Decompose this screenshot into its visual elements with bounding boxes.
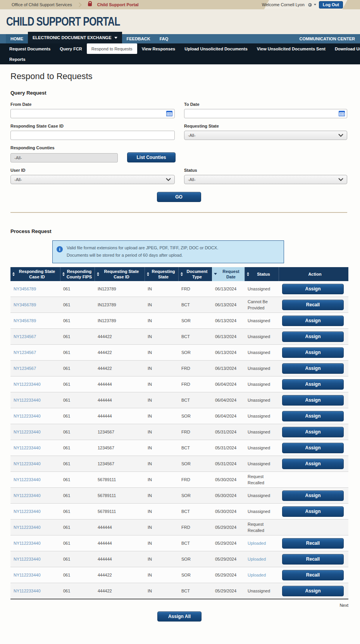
column-header-responding-state-case-id[interactable]: Responding State Case ID [10, 267, 60, 281]
list-counties-button[interactable]: List Counties [127, 152, 176, 162]
recall-button[interactable]: Recall [282, 300, 344, 310]
case-id-link[interactable]: NY112233440 [14, 445, 41, 450]
case-id-link[interactable]: NY112233440 [14, 414, 41, 418]
assign-button[interactable]: Assign [282, 427, 344, 437]
case-id-link[interactable]: NY112233440 [14, 461, 41, 466]
column-header-status[interactable]: Status [245, 267, 279, 281]
assign-button[interactable]: Assign [282, 284, 344, 294]
next-link[interactable]: Next [339, 603, 348, 608]
case-id-link[interactable]: NY112233440 [14, 477, 41, 482]
assign-button[interactable]: Assign [282, 316, 344, 326]
recall-button[interactable]: Recall [282, 570, 344, 580]
column-header-requesting-state-case-id[interactable]: Requesting State Case ID [95, 267, 145, 281]
case-id-link[interactable]: NY112233440 [14, 557, 41, 561]
case-id-link[interactable]: NY112233440 [14, 573, 41, 577]
breadcrumb: Office of Child Support Services Child S… [0, 2, 139, 7]
sort-icon[interactable] [247, 272, 249, 276]
subnav-item-view-responses[interactable]: View Responses [137, 43, 180, 54]
case-id-link[interactable]: NY112233440 [14, 493, 41, 498]
case-id-link[interactable]: NY112233440 [14, 541, 41, 546]
case-id-link[interactable]: NY112233440 [14, 398, 41, 402]
status-select[interactable]: -All- [184, 175, 347, 184]
nav-item-feedback[interactable]: FEEDBACK [122, 34, 155, 43]
sort-icon[interactable] [97, 272, 99, 276]
county-fips-cell: 061 [60, 396, 95, 404]
case-id-link[interactable]: NY112233440 [14, 589, 41, 593]
case-id-link[interactable]: NY112233440 [14, 509, 41, 514]
chevron-down-icon [338, 178, 343, 181]
assign-button[interactable]: Assign [282, 490, 344, 501]
assign-button[interactable]: Assign [282, 347, 344, 358]
gear-icon[interactable] [307, 2, 312, 7]
case-id-link[interactable]: NY3456789 [14, 287, 36, 291]
sort-icon[interactable] [181, 272, 183, 276]
nav-item-communication-center[interactable]: COMMUNICATION CENTER [295, 34, 360, 43]
sort-icon[interactable] [147, 272, 149, 276]
assign-button[interactable]: Assign [282, 363, 344, 374]
requesting-state-select[interactable]: -All- [184, 131, 347, 140]
gear-caret-icon[interactable] [314, 4, 316, 5]
nav-item-home[interactable]: HOME [6, 34, 28, 43]
sort-icon[interactable] [62, 272, 65, 276]
calendar-icon[interactable] [339, 110, 345, 116]
request-date-cell: 06/13/2024 [212, 333, 245, 341]
county-fips-cell: 061 [60, 444, 95, 452]
assign-button[interactable]: Assign [282, 411, 344, 421]
case-id-link[interactable]: NY1234567 [14, 334, 36, 339]
logout-button[interactable]: Log Out [319, 1, 343, 9]
to-date-input[interactable] [184, 109, 347, 118]
column-header-request-date[interactable]: Request Date [212, 267, 245, 281]
assign-button[interactable]: Assign [282, 459, 344, 469]
column-header-document-type[interactable]: Document Type [178, 267, 212, 281]
case-id-link[interactable]: NY3456789 [14, 302, 36, 307]
requesting-state-cell: IN [145, 523, 178, 532]
site-logo: CHILD SUPPORT PORTAL [6, 15, 120, 29]
requesting-state-cell: IN [145, 428, 178, 436]
user-id-select[interactable]: -All- [10, 175, 175, 184]
recall-button[interactable]: Recall [282, 554, 344, 565]
sort-desc-icon[interactable] [214, 273, 217, 275]
go-button[interactable]: GO [157, 192, 201, 202]
case-id-cell: NY112233440 [10, 539, 60, 547]
subnav-item-respond-to-requests[interactable]: Respond to Requests [87, 43, 137, 54]
assign-all-button[interactable]: Assign All [157, 611, 202, 622]
subnav-item-upload-unsolicited-documents[interactable]: Upload Unsolicited Documents [180, 43, 252, 54]
action-cell: Recall [279, 569, 347, 581]
column-header-requesting-state[interactable]: Requesting State [145, 267, 178, 281]
assign-button[interactable]: Assign [282, 443, 344, 453]
case-id-link[interactable]: NY112233440 [14, 382, 41, 387]
breadcrumb-portal: Child Support Portal [97, 2, 139, 7]
responding-case-id-input[interactable] [10, 131, 175, 140]
breadcrumb-office[interactable]: Office of Child Support Services [12, 2, 72, 7]
from-date-input[interactable] [10, 109, 175, 118]
assign-button[interactable]: Assign [282, 395, 344, 406]
table-row: NY1122334400611234567INFRD05/31/2024Unas… [10, 424, 348, 440]
nav-item-electronic-document-exchange[interactable]: ELECTRONIC DOCUMENT EXCHANGE [28, 32, 122, 43]
subnav-item-request-documents[interactable]: Request Documents [5, 43, 55, 54]
sort-icon[interactable] [12, 272, 15, 276]
subnav-item-reports[interactable]: Reports [5, 54, 30, 64]
assign-button[interactable]: Assign [282, 586, 344, 596]
column-header-responding-county-fips[interactable]: Responding County FIPS [60, 267, 95, 281]
subnav-item-download-unsolicited-documents[interactable]: Download Unsolicited Documents [330, 43, 360, 54]
subnav-item-view-unsolicited-documents-sent[interactable]: View Unsolicited Documents Sent [252, 43, 330, 54]
assign-button[interactable]: Assign [282, 506, 344, 517]
assign-button[interactable]: Assign [282, 331, 344, 342]
chevron-down-icon [166, 178, 171, 181]
case-id-link[interactable]: NY112233440 [14, 430, 41, 434]
subnav-item-query-fcr[interactable]: Query FCR [55, 43, 86, 54]
assign-button[interactable]: Assign [282, 379, 344, 390]
requesting-case-id-cell: IN123789 [95, 285, 145, 293]
nav-item-faq[interactable]: FAQ [155, 34, 173, 43]
case-id-link[interactable]: NY1234567 [14, 350, 36, 355]
calendar-icon[interactable] [166, 110, 172, 116]
document-type-cell: SOR [178, 555, 212, 563]
case-id-link[interactable]: NY3456789 [14, 318, 36, 323]
requesting-state-cell: IN [145, 364, 178, 373]
requesting-state-cell: IN [145, 301, 178, 309]
requesting-state-cell: IN [145, 380, 178, 388]
case-id-link[interactable]: NY112233440 [14, 525, 41, 530]
recall-button[interactable]: Recall [282, 538, 344, 549]
case-id-link[interactable]: NY1234567 [14, 366, 36, 371]
action-cell: Assign [279, 378, 347, 390]
